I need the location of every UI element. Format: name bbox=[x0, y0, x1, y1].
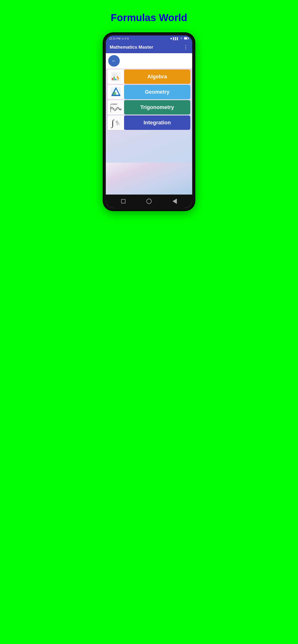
svg-rect-9 bbox=[112, 78, 113, 80]
status-time: 12:31 PM bbox=[109, 37, 120, 40]
geometry-icon-box bbox=[108, 85, 124, 99]
empty-content-area bbox=[106, 163, 192, 194]
content-area: ← bbox=[106, 53, 192, 163]
back-nav-icon bbox=[173, 198, 177, 204]
home-button[interactable] bbox=[145, 198, 153, 205]
app-bar: Mathematics Master ⋮ bbox=[106, 42, 192, 53]
integration-button[interactable]: Integration bbox=[124, 116, 190, 130]
integration-icon: ∫ ( x y ) bbox=[110, 117, 122, 129]
integration-icon-box: ∫ ( x y ) bbox=[108, 116, 124, 130]
geometry-menu-item[interactable]: Geometry bbox=[108, 85, 190, 99]
trigonometry-icon-box: y=SinX bbox=[108, 100, 124, 114]
algebra-icon bbox=[110, 71, 121, 82]
phone-frame: 12:31 PM ⊙ S S ✱ ▌▌▌ bbox=[103, 33, 195, 210]
back-nav-button[interactable] bbox=[171, 198, 179, 205]
geometry-button[interactable]: Geometry bbox=[124, 85, 190, 99]
algebra-icon-box bbox=[108, 70, 124, 84]
trigonometry-icon: y=SinX bbox=[110, 101, 122, 113]
status-left: 12:31 PM ⊙ S S bbox=[109, 37, 129, 40]
app-bar-title: Mathematics Master bbox=[110, 44, 153, 50]
svg-rect-10 bbox=[113, 77, 115, 80]
wifi-icon bbox=[180, 37, 183, 40]
home-icon bbox=[146, 198, 152, 204]
integration-menu-item[interactable]: ∫ ( x y ) Integration bbox=[108, 116, 190, 130]
bluetooth-icon: ✱ bbox=[170, 37, 172, 40]
svg-rect-6 bbox=[112, 76, 116, 76]
svg-text:): ) bbox=[118, 123, 119, 125]
svg-rect-1 bbox=[188, 38, 189, 39]
phone-screen: 12:31 PM ⊙ S S ✱ ▌▌▌ bbox=[106, 36, 192, 208]
trigonometry-menu-item[interactable]: y=SinX Trigonometry bbox=[108, 100, 190, 114]
svg-text:(: ( bbox=[116, 120, 117, 123]
svg-rect-4 bbox=[112, 74, 117, 74]
status-icons: ⊙ S S bbox=[122, 37, 129, 40]
more-options-icon[interactable]: ⋮ bbox=[183, 44, 188, 50]
back-row: ← bbox=[106, 53, 192, 68]
svg-rect-5 bbox=[112, 74, 117, 75]
back-arrow-icon: ← bbox=[111, 58, 117, 64]
algebra-button[interactable]: Algebra bbox=[124, 70, 190, 84]
signal-icon: ▌▌▌ bbox=[173, 37, 179, 40]
geometry-icon bbox=[110, 86, 121, 98]
battery-icon bbox=[184, 37, 189, 40]
page-title: Formulas World bbox=[111, 12, 187, 24]
svg-rect-2 bbox=[184, 38, 187, 39]
recent-icon bbox=[121, 199, 125, 204]
svg-text:x: x bbox=[117, 120, 118, 122]
svg-text:y=SinX: y=SinX bbox=[110, 103, 117, 105]
status-bar: 12:31 PM ⊙ S S ✱ ▌▌▌ bbox=[106, 36, 192, 42]
trigonometry-button[interactable]: Trigonometry bbox=[124, 100, 190, 114]
svg-rect-11 bbox=[115, 78, 116, 80]
back-button[interactable]: ← bbox=[108, 55, 120, 66]
status-right: ✱ ▌▌▌ bbox=[170, 37, 189, 40]
bottom-nav bbox=[106, 194, 192, 208]
recent-apps-button[interactable] bbox=[119, 198, 127, 205]
algebra-menu-item[interactable]: Algebra bbox=[108, 70, 190, 84]
svg-text:y: y bbox=[117, 123, 118, 125]
